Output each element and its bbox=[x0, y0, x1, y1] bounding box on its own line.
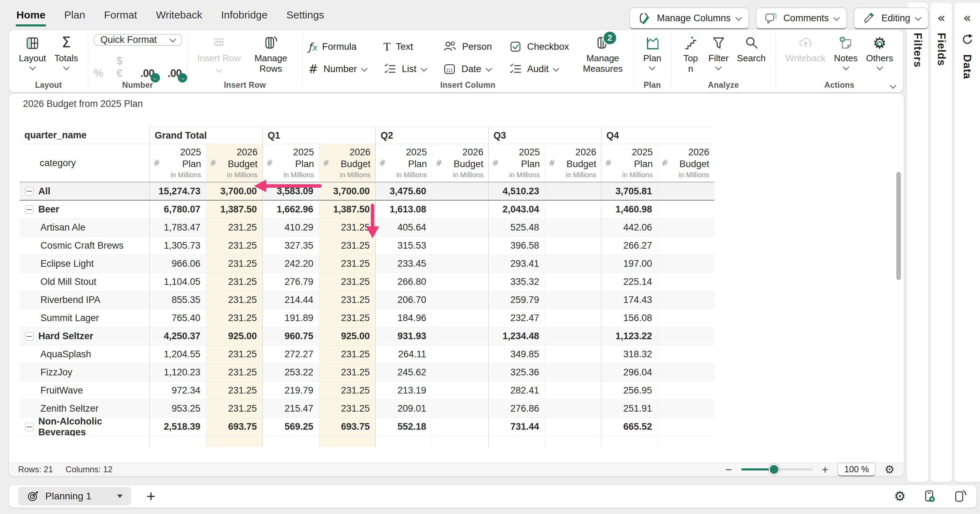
row-label-cosmic-craft-brews[interactable]: Cosmic Craft Brews bbox=[19, 237, 150, 255]
value-cell[interactable] bbox=[545, 309, 601, 327]
value-cell[interactable] bbox=[432, 382, 488, 400]
measure-header-bud[interactable]: #2026 Budgetin Millions bbox=[545, 144, 601, 182]
value-cell[interactable] bbox=[545, 273, 601, 291]
menu-item-settings[interactable]: Settings bbox=[286, 9, 324, 21]
quick-format-dropdown[interactable]: Quick Format bbox=[94, 34, 181, 46]
value-cell[interactable] bbox=[658, 382, 714, 400]
workbook-settings-gear-icon[interactable]: ⚙ bbox=[894, 489, 906, 504]
value-cell[interactable]: 693.75 bbox=[206, 418, 262, 436]
value-cell[interactable]: 960.75 bbox=[262, 327, 319, 346]
value-cell[interactable]: 1,460.98 bbox=[601, 201, 658, 219]
value-cell[interactable]: 251.91 bbox=[601, 400, 658, 418]
value-cell[interactable] bbox=[432, 182, 488, 201]
value-cell[interactable] bbox=[658, 201, 714, 219]
value-cell[interactable]: 231.25 bbox=[206, 346, 262, 363]
row-label-artisan-ale[interactable]: Artisan Ale bbox=[19, 219, 150, 237]
value-cell[interactable] bbox=[432, 418, 488, 436]
insert-row-button[interactable]: Insert Row bbox=[193, 34, 245, 75]
value-cell[interactable] bbox=[545, 418, 601, 436]
sheet-dropdown-caret-icon[interactable] bbox=[117, 495, 123, 498]
value-cell[interactable]: 233.45 bbox=[375, 255, 432, 273]
add-sheet-button[interactable]: + bbox=[146, 489, 156, 504]
value-cell[interactable]: 953.25 bbox=[150, 400, 206, 418]
value-cell[interactable]: 156.08 bbox=[601, 309, 658, 327]
currency-format-button[interactable]: $€ bbox=[117, 55, 127, 80]
value-cell[interactable]: 972.34 bbox=[150, 382, 206, 400]
collapse-row-icon[interactable] bbox=[25, 187, 33, 195]
value-cell[interactable] bbox=[545, 382, 601, 400]
value-cell[interactable]: 3,705.81 bbox=[601, 182, 658, 201]
value-cell[interactable] bbox=[432, 255, 488, 273]
value-cell[interactable]: 231.25 bbox=[206, 291, 262, 309]
value-cell[interactable]: 966.06 bbox=[150, 255, 206, 273]
totals-button[interactable]: Σ Totals bbox=[50, 34, 82, 70]
filters-panel-tab[interactable]: « Filters bbox=[907, 3, 928, 482]
notes-button[interactable]: Notes bbox=[830, 34, 862, 70]
value-cell[interactable]: 3,475.60 bbox=[375, 182, 432, 201]
row-label-summit-lager[interactable]: Summit Lager bbox=[19, 309, 150, 327]
decrease-decimal-button[interactable]: .00← bbox=[140, 67, 154, 80]
zoom-slider-thumb[interactable] bbox=[768, 464, 779, 475]
value-cell[interactable]: 3,583.09 bbox=[262, 182, 319, 201]
top-n-button[interactable]: Top n bbox=[677, 34, 704, 75]
value-cell[interactable] bbox=[658, 418, 714, 436]
value-cell[interactable]: 231.25 bbox=[206, 219, 262, 237]
refresh-icon[interactable] bbox=[961, 33, 974, 46]
value-cell[interactable]: 665.52 bbox=[601, 418, 658, 436]
value-cell[interactable]: 315.53 bbox=[375, 237, 432, 255]
value-cell[interactable]: 231.25 bbox=[319, 346, 375, 363]
value-cell[interactable]: 325.36 bbox=[488, 363, 545, 382]
value-cell[interactable]: 693.75 bbox=[319, 418, 375, 436]
measure-header-bud[interactable]: #2026 Budgetin Millions bbox=[319, 144, 375, 182]
table-settings-gear-icon[interactable]: ⚙ bbox=[885, 463, 895, 476]
comments-button[interactable]: Comments bbox=[756, 8, 847, 29]
value-cell[interactable]: 276.79 bbox=[262, 273, 319, 291]
person-column-button[interactable]: Person bbox=[443, 40, 492, 54]
value-cell[interactable]: 569.25 bbox=[262, 418, 319, 436]
value-cell[interactable] bbox=[545, 327, 601, 346]
value-cell[interactable]: 214.44 bbox=[262, 291, 319, 309]
list-column-button[interactable]: List bbox=[383, 62, 426, 76]
value-cell[interactable]: 191.89 bbox=[262, 309, 319, 327]
value-cell[interactable]: 327.35 bbox=[262, 237, 319, 255]
value-cell[interactable] bbox=[432, 309, 488, 327]
measure-header-plan[interactable]: #2025 Planin Millions bbox=[150, 144, 206, 182]
row-label-fizzjoy[interactable]: FizzJoy bbox=[19, 363, 150, 382]
value-cell[interactable]: 225.14 bbox=[601, 273, 658, 291]
value-cell[interactable]: 349.85 bbox=[488, 346, 545, 363]
value-cell[interactable]: 231.25 bbox=[206, 309, 262, 327]
value-cell[interactable]: 282.41 bbox=[488, 382, 545, 400]
value-cell[interactable]: 253.22 bbox=[262, 363, 319, 382]
value-cell[interactable]: 442.06 bbox=[601, 219, 658, 237]
text-column-button[interactable]: T Text bbox=[383, 40, 426, 53]
quarter-header-grand-total[interactable]: Grand Total bbox=[150, 127, 262, 144]
data-panel-tab[interactable]: « Data bbox=[954, 3, 980, 482]
filter-button[interactable]: Filter bbox=[704, 34, 733, 70]
value-cell[interactable]: 206.70 bbox=[375, 291, 432, 309]
row-label-all[interactable]: All bbox=[19, 182, 150, 201]
zoom-out-button[interactable]: − bbox=[725, 463, 732, 475]
value-cell[interactable]: 231.25 bbox=[319, 255, 375, 273]
value-cell[interactable]: 6,780.07 bbox=[150, 201, 206, 219]
value-cell[interactable]: 1,123.22 bbox=[601, 327, 658, 346]
value-cell[interactable] bbox=[545, 363, 601, 382]
value-cell[interactable]: 4,250.37 bbox=[150, 327, 206, 346]
value-cell[interactable] bbox=[658, 182, 714, 201]
value-cell[interactable]: 231.25 bbox=[319, 309, 375, 327]
value-cell[interactable] bbox=[432, 237, 488, 255]
value-cell[interactable] bbox=[432, 346, 488, 363]
value-cell[interactable]: 213.19 bbox=[375, 382, 432, 400]
value-cell[interactable]: 256.95 bbox=[601, 382, 658, 400]
row-label-fruitwave[interactable]: FruitWave bbox=[19, 382, 150, 400]
value-cell[interactable] bbox=[545, 219, 601, 237]
value-cell[interactable]: 1,104.05 bbox=[150, 273, 206, 291]
formula-column-button[interactable]: ƒx Formula bbox=[308, 41, 367, 53]
value-cell[interactable] bbox=[545, 255, 601, 273]
value-cell[interactable] bbox=[658, 346, 714, 363]
sheet-tab-planning-1[interactable]: Planning 1 bbox=[18, 487, 131, 506]
value-cell[interactable]: 396.58 bbox=[488, 237, 545, 255]
value-cell[interactable] bbox=[545, 291, 601, 309]
value-cell[interactable]: 552.18 bbox=[375, 418, 432, 436]
value-cell[interactable] bbox=[658, 400, 714, 418]
value-cell[interactable] bbox=[432, 273, 488, 291]
